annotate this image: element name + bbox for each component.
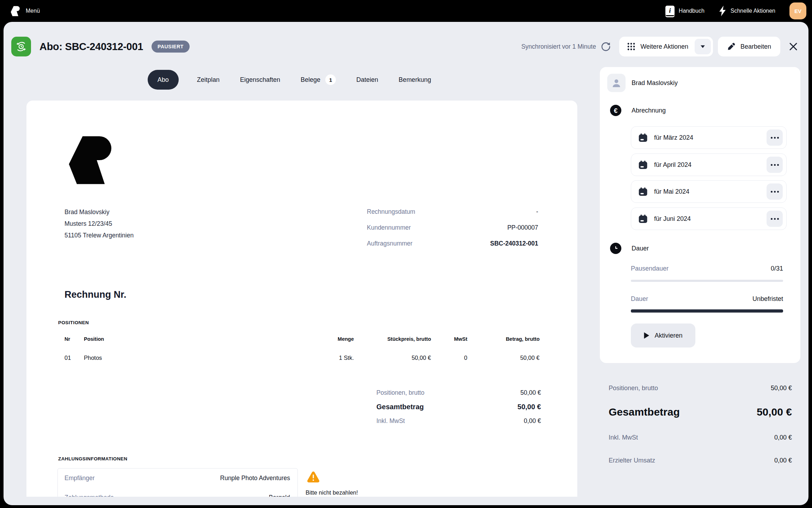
tab-belege[interactable]: Belege 1: [299, 70, 338, 90]
status-badge: PAUSIERT: [152, 41, 190, 53]
row1-nr: 01: [64, 355, 71, 361]
subscription-panel: Abo: SBC-240312-001 PAUSIERT Synchronisi…: [4, 22, 808, 505]
billing-period-more-button[interactable]: [767, 211, 783, 227]
duration-heading: Dauer: [632, 243, 649, 254]
total-grand-row: Gesamtbetrag 50,00 €: [376, 399, 541, 415]
billing-period-more-button[interactable]: [767, 183, 783, 200]
invoice-document: Brad Maslovskiy Musters 12/23/45 51105 T…: [26, 101, 577, 497]
clock-icon: [613, 245, 619, 252]
tab-zeitplan-label: Zeitplan: [197, 76, 220, 84]
payment-method-row: Zahlungsmethode Bargeld: [58, 488, 297, 497]
row1-menge: 1 Stk.: [339, 355, 354, 361]
invoice-date-label: Rechnungsdatum: [367, 208, 415, 216]
grand-total-value: 50,00 €: [517, 403, 541, 411]
billing-period-april[interactable]: für April 2024: [631, 153, 787, 176]
positions-heading: POSITIONEN: [58, 320, 89, 325]
chevron-down-icon: [700, 45, 705, 48]
calendar-icon: [638, 133, 648, 143]
payment-recipient-value: Runple Photo Adventures: [220, 474, 290, 482]
summary-positions-label: Positionen, brutto: [609, 385, 658, 392]
refresh-icon[interactable]: [601, 42, 611, 52]
billing-period-label: für März 2024: [654, 134, 693, 141]
pencil-icon: [727, 42, 736, 51]
row1-betrag: 50,00 €: [520, 355, 540, 361]
customer-name: Brad Maslovskiy: [632, 74, 678, 92]
edit-button[interactable]: Bearbeiten: [718, 37, 780, 56]
order-number-label: Auftragsnummer: [367, 240, 412, 247]
tab-zeitplan[interactable]: Zeitplan: [195, 70, 222, 90]
vat-label: Inkl. MwSt: [376, 417, 405, 425]
summary-revenue-row: Erzielter Umsatz 0,00 €: [609, 455, 792, 466]
summary-grand-total-row: Gesamtbetrag 50,00 €: [609, 404, 792, 421]
billing-period-label: für Mai 2024: [654, 188, 689, 195]
billing-period-more-button[interactable]: [767, 157, 783, 173]
row1-position: Photos: [84, 355, 102, 361]
summary-grand-total-label: Gesamtbetrag: [609, 406, 680, 418]
summary-vat-value: 0,00 €: [774, 434, 792, 441]
person-icon: [611, 78, 622, 88]
pause-progress-bar: [631, 280, 783, 282]
meta-row-order-number: Auftragsnummer SBC-240312-001: [367, 236, 538, 252]
menu-label: Menü: [26, 8, 40, 14]
summary-positions-value: 50,00 €: [771, 385, 792, 392]
handbook-button[interactable]: i Handbuch: [665, 6, 705, 16]
more-actions-button[interactable]: Weitere Aktionen: [619, 37, 713, 56]
billing-icon: €: [610, 105, 621, 116]
activate-button[interactable]: Aktivieren: [631, 323, 695, 347]
meta-row-invoice-date: Rechnungsdatum -: [367, 204, 538, 220]
billing-period-more-button[interactable]: [767, 129, 783, 146]
col-nr: Nr: [64, 336, 70, 342]
more-actions-dropdown[interactable]: [695, 39, 711, 54]
col-betrag: Betrag, brutto: [506, 336, 540, 342]
payment-method-value: Bargeld: [269, 494, 290, 497]
topbar: Menü i Handbuch Schnelle Aktionen EV: [0, 0, 812, 22]
handbook-icon: i: [665, 6, 675, 16]
billing-period-may[interactable]: für Mai 2024: [631, 180, 787, 203]
tab-dateien-label: Dateien: [356, 76, 378, 84]
invoice-title: Rechnung Nr.: [64, 289, 127, 300]
customer-number-value: PP-000007: [507, 224, 538, 231]
tab-dateien[interactable]: Dateien: [354, 70, 380, 90]
row1-mwst: 0: [464, 355, 467, 361]
payment-method-label: Zahlungsmethode: [64, 494, 114, 497]
calendar-icon: [638, 214, 648, 224]
pause-duration-value: 0/31: [771, 265, 783, 272]
row1-stueckpreis: 50,00 €: [412, 355, 431, 361]
company-logo: [68, 136, 113, 185]
calendar-icon: [638, 187, 648, 196]
close-button[interactable]: [788, 41, 799, 52]
duration-icon: [610, 243, 621, 254]
billing-period-label: für Juni 2024: [654, 215, 691, 223]
lightning-icon: [719, 6, 726, 16]
billing-period-june[interactable]: für Juni 2024: [631, 207, 787, 230]
total-positions-label: Positionen, brutto: [376, 389, 424, 397]
billing-period-march[interactable]: für März 2024: [631, 126, 787, 149]
duration-label: Dauer: [631, 295, 648, 303]
tab-eigenschaften[interactable]: Eigenschaften: [238, 70, 282, 90]
total-vat-row: Inkl. MwSt 0,00 €: [376, 415, 541, 427]
customer-number-label: Kundennummer: [367, 224, 411, 231]
warning-text: Bitte nicht bezahlen!: [306, 489, 358, 496]
invoice-date-value: -: [536, 208, 538, 216]
edit-label: Bearbeiten: [740, 43, 771, 50]
summary-revenue-label: Erzielter Umsatz: [609, 457, 655, 464]
sync-status-text: Synchronisiert vor 1 Minute: [521, 43, 596, 50]
recipient-street: Musters 12/23/45: [64, 218, 134, 230]
user-avatar[interactable]: EV: [789, 2, 806, 19]
tab-bemerkung-label: Bemerkung: [399, 76, 431, 84]
recipient-city: 51105 Trelew Argentinien: [64, 230, 134, 241]
close-icon: [789, 42, 798, 51]
vat-value: 0,00 €: [524, 417, 541, 425]
summary-positions-row: Positionen, brutto 50,00 €: [609, 382, 792, 394]
recipient-address: Brad Maslovskiy Musters 12/23/45 51105 T…: [64, 206, 134, 241]
quick-actions-button[interactable]: Schnelle Aktionen: [719, 6, 775, 16]
total-positions-value: 50,00 €: [521, 389, 541, 397]
menu-button[interactable]: Menü: [11, 6, 40, 16]
activate-label: Aktivieren: [654, 332, 682, 339]
grand-total-label: Gesamtbetrag: [376, 403, 424, 411]
summary-grand-total-value: 50,00 €: [757, 406, 792, 418]
page-title: Abo: SBC-240312-001: [39, 41, 143, 53]
tab-abo[interactable]: Abo: [148, 70, 179, 90]
pause-duration-row: Pausendauer 0/31: [631, 263, 783, 274]
tab-bemerkung[interactable]: Bemerkung: [396, 70, 433, 90]
